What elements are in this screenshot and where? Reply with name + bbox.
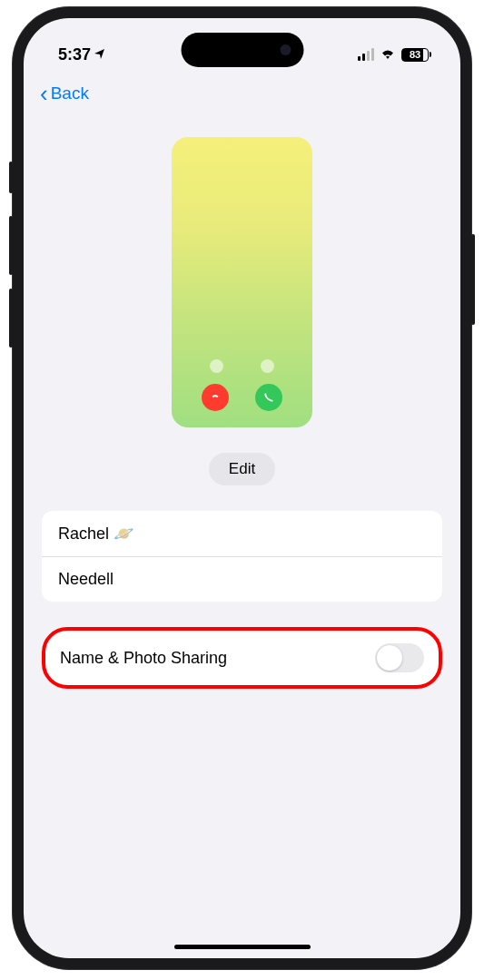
- battery-icon: 83: [401, 48, 431, 62]
- wifi-icon: [380, 45, 396, 64]
- message-icon: [261, 359, 274, 373]
- chevron-left-icon: ‹: [40, 82, 48, 105]
- reminder-icon: [210, 359, 223, 373]
- accept-call-icon: [255, 384, 282, 411]
- name-photo-sharing-row[interactable]: Name & Photo Sharing: [42, 627, 442, 689]
- battery-level: 83: [401, 48, 429, 62]
- dynamic-island: [181, 33, 303, 67]
- home-indicator[interactable]: [174, 945, 311, 949]
- screen: 5:37 83 ‹ Back: [24, 18, 460, 958]
- toggle-knob: [377, 645, 402, 671]
- sharing-label: Name & Photo Sharing: [60, 649, 227, 668]
- first-name-field[interactable]: Rachel 🪐: [42, 511, 442, 557]
- nav-bar: ‹ Back: [24, 73, 460, 114]
- sharing-toggle[interactable]: [375, 643, 424, 672]
- location-icon: [94, 47, 105, 62]
- back-label: Back: [51, 83, 89, 103]
- side-button: [9, 289, 13, 348]
- contact-poster-preview[interactable]: [172, 137, 312, 427]
- cellular-icon: [358, 48, 374, 61]
- side-button: [9, 162, 13, 193]
- edit-button[interactable]: Edit: [209, 453, 275, 485]
- status-time: 5:37: [58, 45, 91, 64]
- phone-frame: 5:37 83 ‹ Back: [13, 7, 471, 969]
- side-button: [9, 216, 13, 275]
- status-left: 5:37: [58, 45, 105, 64]
- name-card: Rachel 🪐 Needell: [42, 511, 442, 602]
- poster-call-buttons: [172, 384, 312, 411]
- last-name-field[interactable]: Needell: [42, 557, 442, 602]
- decline-call-icon: [202, 384, 229, 411]
- poster-small-icons: [172, 359, 312, 373]
- content: Edit Rachel 🪐 Needell Name & Photo Shari…: [24, 114, 460, 698]
- status-right: 83: [358, 45, 431, 64]
- side-button: [471, 234, 475, 325]
- back-button[interactable]: ‹ Back: [40, 82, 89, 105]
